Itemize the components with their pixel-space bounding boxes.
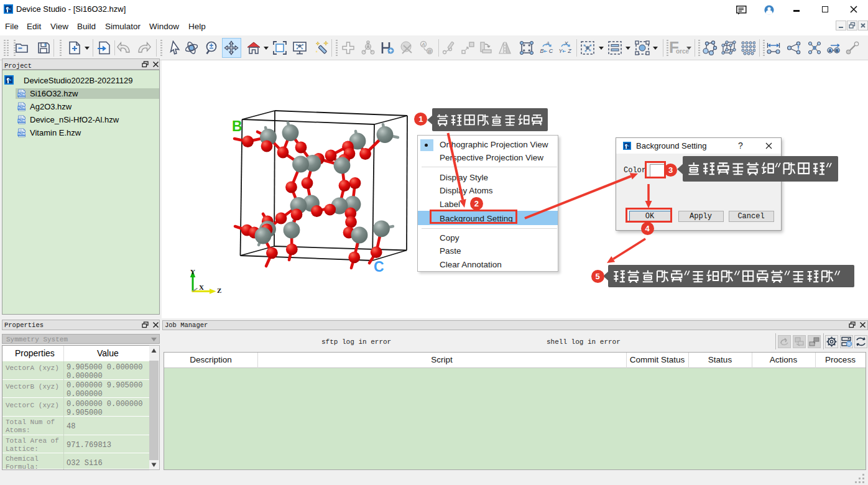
svg-text:B: B [232, 118, 242, 134]
svg-text:HZW: HZW [17, 119, 25, 122]
svg-text:Y: Y [190, 268, 195, 275]
svg-text:C: C [374, 259, 384, 275]
svg-text:B: B [428, 48, 432, 54]
svg-text:B: B [540, 48, 543, 54]
svg-text:A: A [421, 42, 425, 47]
svg-text:C: C [549, 48, 553, 54]
svg-text:X: X [199, 284, 204, 291]
svg-text:HZW: HZW [17, 106, 25, 109]
svg-text:HZW: HZW [17, 132, 25, 136]
svg-text:Z: Z [567, 48, 571, 54]
svg-text:HZW: HZW [17, 93, 25, 96]
svg-text:A: A [828, 48, 832, 53]
svg-text:Y: Y [558, 48, 563, 54]
svg-text:B: B [835, 48, 839, 53]
svg-text:Z: Z [217, 287, 221, 294]
